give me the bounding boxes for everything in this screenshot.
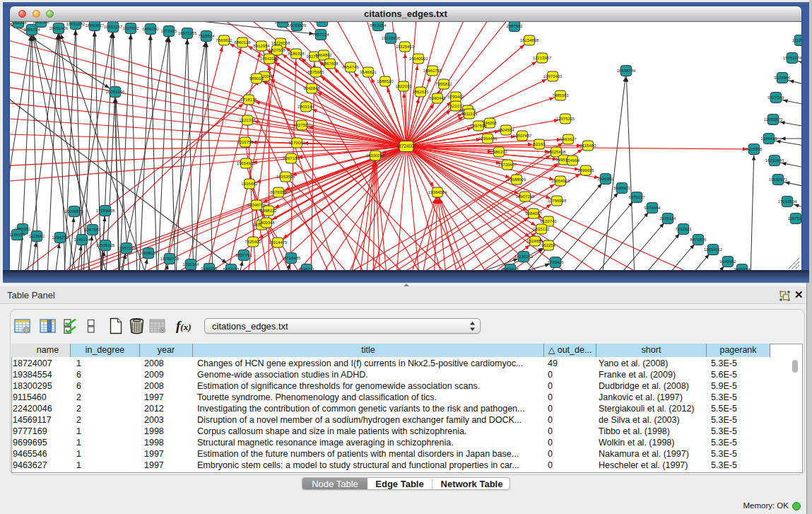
svg-text:1071915: 1071915 — [160, 29, 177, 33]
svg-text:3498222: 3498222 — [260, 209, 277, 213]
svg-text:19692971: 19692971 — [769, 177, 788, 182]
svg-text:952254: 952254 — [541, 243, 556, 247]
svg-text:18907249: 18907249 — [516, 194, 535, 199]
svg-text:1139159: 1139159 — [10, 233, 25, 237]
svg-text:989013: 989013 — [249, 76, 264, 81]
svg-text:1822033: 1822033 — [395, 84, 412, 88]
svg-text:9445654: 9445654 — [734, 267, 751, 270]
svg-text:19654923: 19654923 — [551, 179, 570, 183]
svg-text:12975115: 12975115 — [556, 117, 575, 121]
svg-text:12505135: 12505135 — [96, 243, 115, 247]
svg-text:20364486: 20364486 — [478, 136, 498, 141]
svg-text:11325419: 11325419 — [396, 45, 415, 49]
svg-text:19384554: 19384554 — [428, 190, 447, 194]
svg-text:16640910: 16640910 — [409, 57, 428, 61]
svg-text:18724007: 18724007 — [396, 144, 417, 148]
svg-text:16671355: 16671355 — [178, 31, 197, 35]
svg-text:16154838: 16154838 — [520, 38, 539, 42]
svg-text:2169318: 2169318 — [10, 22, 27, 25]
svg-text:8215955: 8215955 — [746, 147, 763, 151]
svg-text:10958107: 10958107 — [139, 251, 158, 255]
svg-text:8813054: 8813054 — [370, 23, 387, 28]
svg-text:9115460: 9115460 — [580, 144, 597, 148]
svg-text:10025438: 10025438 — [547, 150, 566, 154]
svg-text:9827508: 9827508 — [269, 48, 286, 52]
svg-text:2803144: 2803144 — [298, 105, 314, 109]
svg-text:3824554: 3824554 — [498, 128, 514, 132]
svg-text:1640951: 1640951 — [597, 177, 614, 181]
svg-text:2055724: 2055724 — [23, 28, 40, 32]
svg-text:12093873: 12093873 — [764, 117, 783, 122]
svg-text:8860128: 8860128 — [234, 40, 251, 45]
svg-text:10688609: 10688609 — [507, 177, 526, 182]
svg-text:1010755: 1010755 — [237, 140, 254, 144]
svg-text:7632621: 7632621 — [675, 227, 692, 231]
svg-text:7663822: 7663822 — [216, 38, 233, 42]
svg-text:9146821: 9146821 — [360, 70, 377, 74]
svg-text:12353594: 12353594 — [276, 175, 295, 179]
svg-text:9170041: 9170041 — [288, 141, 305, 145]
svg-text:8675685: 8675685 — [307, 70, 324, 74]
svg-text:62160: 62160 — [534, 142, 546, 146]
svg-text:16543382: 16543382 — [260, 57, 279, 61]
svg-text:6466160: 6466160 — [142, 27, 159, 31]
svg-text:2718176: 2718176 — [240, 98, 257, 102]
svg-text:5938923: 5938923 — [613, 186, 630, 190]
svg-text:1588520: 1588520 — [377, 79, 394, 83]
svg-text:2087682: 2087682 — [506, 24, 523, 28]
svg-text:17359938: 17359938 — [96, 209, 115, 213]
svg-text:8427552: 8427552 — [293, 123, 310, 127]
svg-text:1409348: 1409348 — [258, 221, 275, 225]
svg-text:10653267: 10653267 — [104, 25, 123, 29]
svg-text:1733426: 1733426 — [547, 260, 564, 264]
svg-text:8813074: 8813074 — [314, 22, 331, 23]
svg-text:9227349: 9227349 — [767, 95, 784, 100]
svg-text:8186328: 8186328 — [288, 52, 305, 56]
svg-text:16961758: 16961758 — [423, 69, 442, 73]
svg-text:1292344: 1292344 — [182, 262, 199, 267]
svg-text:15751074: 15751074 — [783, 56, 801, 60]
svg-text:8672155: 8672155 — [223, 267, 240, 270]
svg-text:10807487: 10807487 — [513, 134, 532, 138]
svg-text:1167533: 1167533 — [788, 216, 801, 221]
svg-text:9084067: 9084067 — [525, 211, 542, 216]
svg-text:16782759: 16782759 — [160, 257, 180, 261]
svg-text:9158235: 9158235 — [201, 267, 218, 270]
svg-text:7515524: 7515524 — [198, 34, 215, 38]
svg-text:1145194: 1145194 — [74, 238, 91, 242]
svg-text:20091406: 20091406 — [49, 26, 69, 30]
svg-text:16210643: 16210643 — [765, 158, 784, 163]
svg-text:16033809: 16033809 — [288, 23, 307, 28]
svg-text:16914479: 16914479 — [269, 240, 288, 245]
svg-text:8990448: 8990448 — [429, 96, 446, 100]
svg-text:1221338: 1221338 — [239, 118, 256, 122]
svg-text:1903582: 1903582 — [33, 22, 49, 24]
svg-text:17016504: 17016504 — [778, 199, 797, 204]
svg-text:2867608: 2867608 — [322, 62, 339, 66]
svg-text:9245652: 9245652 — [719, 259, 736, 264]
svg-text:19218506: 19218506 — [382, 36, 401, 40]
svg-text:7955812: 7955812 — [435, 82, 452, 86]
svg-text:7485063: 7485063 — [552, 93, 569, 98]
svg-text:8267150: 8267150 — [283, 156, 300, 160]
svg-text:1115682: 1115682 — [29, 234, 45, 238]
svg-text:9857791: 9857791 — [235, 253, 252, 257]
svg-text:154994: 154994 — [565, 158, 580, 163]
svg-text:9474444: 9474444 — [644, 206, 661, 210]
svg-text:14136141: 14136141 — [514, 255, 534, 259]
svg-text:5464892: 5464892 — [315, 53, 332, 57]
svg-text:7986372: 7986372 — [490, 150, 507, 154]
svg-text:19654925: 19654925 — [237, 161, 256, 165]
svg-text:20053346: 20053346 — [106, 90, 125, 94]
svg-text:9463627: 9463627 — [560, 137, 577, 141]
svg-text:10654112: 10654112 — [704, 247, 723, 252]
svg-text:6120746: 6120746 — [540, 219, 557, 223]
svg-text:9242848: 9242848 — [303, 86, 320, 90]
svg-text:6793402: 6793402 — [447, 95, 464, 99]
svg-text:2935114: 2935114 — [660, 216, 677, 221]
svg-text:1916682: 1916682 — [241, 182, 258, 186]
svg-text:18300295: 18300295 — [366, 153, 385, 158]
svg-text:8454749: 8454749 — [342, 65, 359, 69]
svg-text:9699695: 9699695 — [577, 168, 594, 173]
svg-text:15716485: 15716485 — [282, 256, 301, 260]
